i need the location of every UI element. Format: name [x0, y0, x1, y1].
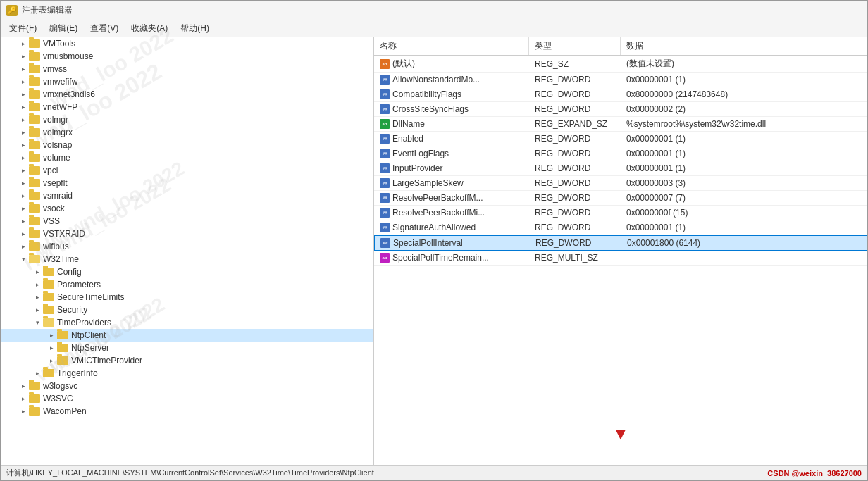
- table-row-6[interactable]: ##EventLogFlagsREG_DWORD0x00000001 (1): [374, 146, 867, 161]
- cell-type-10: REG_DWORD: [529, 206, 621, 220]
- registry-editor-window: 🔑 注册表编辑器 文件(F) 编辑(E) 查看(V) 收藏夹(A) 帮助(H) …: [0, 0, 868, 481]
- tree-item-w3logsvc[interactable]: ▸w3logsvc: [1, 380, 373, 392]
- tree-item-vnetwfp[interactable]: ▸vnetWFP: [1, 101, 373, 113]
- tree-item-vmvss[interactable]: ▸vmvss: [1, 63, 373, 75]
- tree-item-volume[interactable]: ▸volume: [1, 151, 373, 164]
- menu-view[interactable]: 查看(V): [85, 21, 124, 36]
- folder-icon-w32time: [29, 255, 40, 263]
- tree-toggle-vsmraid[interactable]: ▸: [18, 190, 29, 201]
- table-row-8[interactable]: ##LargeSampleSkewREG_DWORD0x00000003 (3): [374, 176, 867, 191]
- tree-toggle-w3logsvc[interactable]: ▸: [18, 380, 29, 392]
- tree-item-volsnap[interactable]: ▸volsnap: [1, 139, 373, 151]
- cell-name-text-13: SpecialPollTimeRemain...: [392, 253, 489, 263]
- tree-item-ntpclient[interactable]: ▸NtpClient: [1, 329, 373, 342]
- table-row-1[interactable]: ##AllowNonstandardMo...REG_DWORD0x000000…: [374, 73, 867, 87]
- tree-item-config[interactable]: ▸Config: [1, 266, 373, 278]
- table-row-3[interactable]: ##CrossSiteSyncFlagsREG_DWORD0x00000002 …: [374, 102, 867, 117]
- cell-name-0: ab(默认): [374, 56, 529, 72]
- col-type: 类型: [529, 37, 621, 55]
- tree-toggle-vsepflt[interactable]: ▸: [18, 177, 29, 189]
- tree-toggle-triggerinfo[interactable]: ▸: [32, 368, 43, 379]
- cell-data-12: 0x00001800 (6144): [621, 236, 867, 250]
- tree-toggle-volmgrx[interactable]: ▸: [18, 127, 29, 138]
- tree-toggle-volsnap[interactable]: ▸: [18, 139, 29, 151]
- tree-label-volume: volume: [43, 153, 70, 163]
- table-row-0[interactable]: ab(默认)REG_SZ(数值未设置): [374, 56, 867, 73]
- tree-item-security[interactable]: ▸Security: [1, 304, 373, 316]
- cell-name-8: ##LargeSampleSkew: [374, 176, 529, 190]
- folder-icon-vsmraid: [29, 192, 40, 200]
- tree-toggle-vpci[interactable]: ▸: [18, 165, 29, 176]
- cell-data-7: 0x00000001 (1): [621, 161, 867, 175]
- cell-data-8: 0x00000003 (3): [621, 176, 867, 190]
- table-row-7[interactable]: ##InputProviderREG_DWORD0x00000001 (1): [374, 161, 867, 176]
- tree-toggle-ntpserver[interactable]: ▸: [46, 342, 57, 354]
- tree-toggle-vnetwfp[interactable]: ▸: [18, 101, 29, 113]
- tree-item-vsock[interactable]: ▸vsock: [1, 202, 373, 215]
- tree-pane[interactable]: wnd_loo 2022 HM wnd_loo 2022 wnd_loo 202…: [1, 37, 374, 465]
- tree-item-vmwefifw[interactable]: ▸vmwefifw: [1, 75, 373, 88]
- tree-item-volmgrx[interactable]: ▸volmgrx: [1, 126, 373, 139]
- table-row-4[interactable]: abDllNameREG_EXPAND_SZ%systemroot%\syste…: [374, 117, 867, 132]
- tree-toggle-vsock[interactable]: ▸: [18, 203, 29, 214]
- tree-toggle-config[interactable]: ▸: [32, 266, 43, 277]
- tree-toggle-vss[interactable]: ▸: [18, 215, 29, 227]
- menu-file[interactable]: 文件(F): [4, 21, 42, 36]
- tree-item-vstxraid[interactable]: ▸VSTXRAID: [1, 227, 373, 240]
- table-row-5[interactable]: ##EnabledREG_DWORD0x00000001 (1): [374, 132, 867, 146]
- tree-toggle-volmgr[interactable]: ▸: [18, 114, 29, 125]
- tree-item-volmgr[interactable]: ▸volmgr: [1, 113, 373, 126]
- tree-item-timeproviders[interactable]: ▾TimeProviders: [1, 316, 373, 329]
- reg-type-icon-9: ##: [380, 193, 390, 203]
- tree-item-wacompen[interactable]: ▸WacomPen: [1, 405, 373, 418]
- tree-toggle-vmusbmouse[interactable]: ▸: [18, 51, 29, 62]
- tree-toggle-w3svc[interactable]: ▸: [18, 393, 29, 404]
- tree-toggle-vmictimeprovider[interactable]: ▸: [46, 355, 57, 366]
- tree-item-vmxnet3ndis6[interactable]: ▸vmxnet3ndis6: [1, 88, 373, 101]
- menu-help[interactable]: 帮助(H): [175, 21, 215, 36]
- tree-item-w32time[interactable]: ▾W32Time: [1, 253, 373, 266]
- tree-toggle-timeproviders[interactable]: ▾: [32, 317, 43, 328]
- table-row-12[interactable]: ##SpecialPollIntervalREG_DWORD0x00001800…: [374, 235, 867, 251]
- cell-data-2: 0x80000000 (2147483648): [621, 87, 867, 101]
- tree-toggle-securetimelimits[interactable]: ▸: [32, 292, 43, 303]
- tree-toggle-volume[interactable]: ▸: [18, 152, 29, 163]
- col-name: 名称: [374, 37, 529, 55]
- tree-item-vmictimeprovider[interactable]: ▸VMICTimeProvider: [1, 354, 373, 367]
- tree-item-vsepflt[interactable]: ▸vsepflt: [1, 177, 373, 189]
- menu-edit[interactable]: 编辑(E): [44, 21, 83, 36]
- table-row-11[interactable]: ##SignatureAuthAllowedREG_DWORD0x0000000…: [374, 220, 867, 235]
- tree-toggle-wacompen[interactable]: ▸: [18, 406, 29, 417]
- tree-item-vss[interactable]: ▸VSS: [1, 215, 373, 227]
- tree-item-w3svc[interactable]: ▸W3SVC: [1, 392, 373, 405]
- tree-toggle-vstxraid[interactable]: ▸: [18, 228, 29, 239]
- tree-toggle-security[interactable]: ▸: [32, 304, 43, 316]
- table-row-13[interactable]: abSpecialPollTimeRemain...REG_MULTI_SZ: [374, 251, 867, 266]
- tree-label-vmtools: VMTools: [43, 39, 75, 49]
- menu-favorites[interactable]: 收藏夹(A): [125, 21, 173, 36]
- tree-toggle-vmtools[interactable]: ▸: [18, 38, 29, 49]
- tree-item-vsmraid[interactable]: ▸vsmraid: [1, 189, 373, 202]
- table-row-10[interactable]: ##ResolvePeerBackoffMi...REG_DWORD0x0000…: [374, 206, 867, 220]
- tree-toggle-vmwefifw[interactable]: ▸: [18, 76, 29, 87]
- tree-item-wifibus[interactable]: ▸wifibus: [1, 240, 373, 253]
- reg-type-icon-0: ab: [380, 59, 390, 69]
- tree-item-vpci[interactable]: ▸vpci: [1, 164, 373, 177]
- table-row-9[interactable]: ##ResolvePeerBackoffM...REG_DWORD0x00000…: [374, 191, 867, 206]
- tree-item-ntpserver[interactable]: ▸NtpServer: [1, 342, 373, 354]
- tree-item-parameters[interactable]: ▸Parameters: [1, 278, 373, 291]
- table-row-2[interactable]: ##CompatibilityFlagsREG_DWORD0x80000000 …: [374, 87, 867, 102]
- tree-toggle-parameters[interactable]: ▸: [32, 279, 43, 290]
- tree-toggle-wifibus[interactable]: ▸: [18, 241, 29, 252]
- tree-item-vmusbmouse[interactable]: ▸vmusbmouse: [1, 50, 373, 63]
- tree-toggle-w32time[interactable]: ▾: [18, 254, 29, 265]
- folder-icon-vsock: [29, 204, 40, 213]
- tree-toggle-ntpclient[interactable]: ▸: [46, 330, 57, 341]
- cell-type-4: REG_EXPAND_SZ: [529, 117, 621, 131]
- tree-item-securetimelimits[interactable]: ▸SecureTimeLimits: [1, 291, 373, 304]
- tree-toggle-vmvss[interactable]: ▸: [18, 63, 29, 75]
- tree-item-triggerinfo[interactable]: ▸TriggerInfo: [1, 367, 373, 380]
- tree-toggle-vmxnet3ndis6[interactable]: ▸: [18, 89, 29, 100]
- tree-item-vmtools[interactable]: ▸VMTools: [1, 37, 373, 50]
- cell-data-6: 0x00000001 (1): [621, 146, 867, 161]
